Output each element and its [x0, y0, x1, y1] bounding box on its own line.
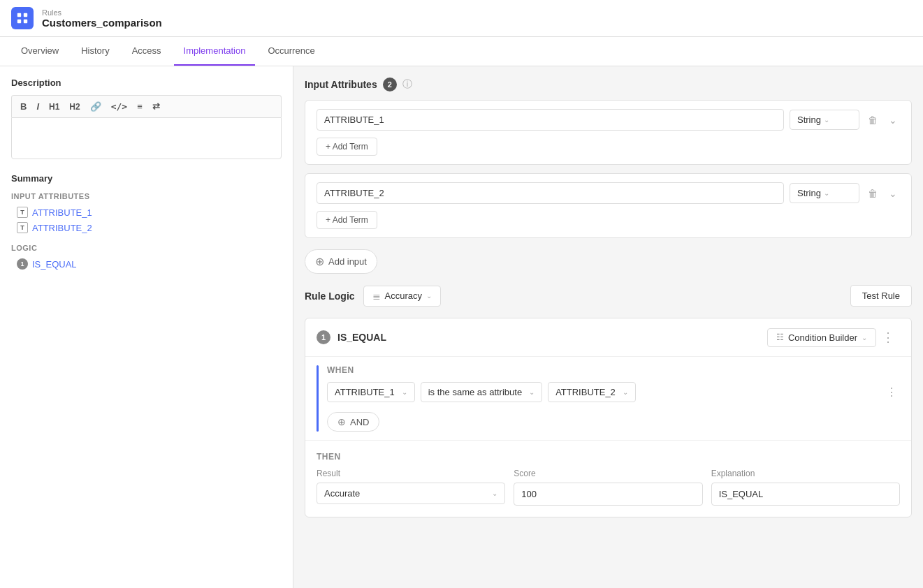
logic-card-is-equal: 1 IS_EQUAL ☷ Condition Builder ⌄ ⋮ WHEN: [305, 318, 912, 517]
add-input-plus-icon: ⊕: [315, 255, 324, 268]
page-title: Customers_comparison: [42, 17, 162, 29]
attribute-2-expand-btn[interactable]: ⌄: [886, 185, 900, 202]
attribute-1-expand-btn[interactable]: ⌄: [886, 112, 900, 128]
condition-row: ATTRIBUTE_1 ⌄ is the same as attribute ⌄…: [327, 382, 900, 402]
right-panel: Input Attributes 2 ⓘ String ⌄ 🗑 ⌄ + Add …: [293, 66, 923, 588]
rule-logic-row: Rule Logic ≣ Accuracy ⌄ Test Rule: [305, 285, 912, 307]
then-columns: Result Accurate ⌄ Score Explanation: [317, 469, 900, 506]
then-section: THEN Result Accurate ⌄ Score Expl: [305, 440, 911, 517]
condition-more-btn[interactable]: ⋮: [883, 383, 900, 402]
description-label: Description: [11, 78, 282, 88]
app-logo-icon: [11, 7, 34, 29]
breadcrumb: Rules Customers_comparison: [42, 8, 162, 29]
attribute-1-input[interactable]: [317, 109, 784, 131]
logic-card-num: 1: [317, 330, 330, 344]
italic-btn[interactable]: I: [34, 100, 42, 113]
attribute1-chevron: ⌄: [402, 388, 407, 396]
more-options-btn[interactable]: ⋮: [876, 327, 900, 348]
logic-card-name: IS_EQUAL: [337, 332, 767, 343]
description-editor[interactable]: [11, 117, 282, 159]
attribute-1-type-label: String: [797, 115, 821, 125]
tab-implementation[interactable]: Implementation: [174, 37, 256, 66]
logic-sub-label: LOGIC: [11, 244, 282, 252]
attribute-row-1: String ⌄ 🗑 ⌄: [317, 109, 900, 131]
attribute2-select[interactable]: ATTRIBUTE_2 ⌄: [548, 382, 636, 402]
summary-section: Summary INPUT ATTRIBUTES T ATTRIBUTE_1 T…: [11, 173, 282, 272]
score-label: Score: [514, 469, 702, 478]
h1-btn[interactable]: H1: [46, 101, 62, 113]
explanation-col: Explanation: [711, 469, 900, 506]
when-label: WHEN: [327, 365, 900, 375]
h2-btn[interactable]: H2: [66, 101, 82, 113]
attribute-1-type-chevron: ⌄: [824, 116, 829, 124]
rule-logic-label: Rule Logic: [305, 291, 355, 302]
tab-access[interactable]: Access: [122, 37, 171, 66]
svg-rect-3: [24, 20, 27, 23]
then-label: THEN: [317, 452, 900, 462]
operator-value: is the same as attribute: [428, 387, 522, 397]
attribute-1-type-select[interactable]: String ⌄: [790, 110, 859, 130]
list-btn[interactable]: ≡: [134, 100, 145, 113]
logic-type-chevron: ⌄: [426, 292, 432, 300]
attribute-2-type-select[interactable]: String ⌄: [790, 183, 859, 203]
attribute-1-delete-btn[interactable]: 🗑: [865, 112, 880, 128]
attribute1-value: ATTRIBUTE_1: [335, 387, 395, 397]
summary-attr-2[interactable]: T ATTRIBUTE_2: [11, 220, 282, 235]
test-rule-btn[interactable]: Test Rule: [850, 285, 912, 307]
logic-type-label: Accuracy: [385, 291, 422, 301]
indent-btn[interactable]: ⇄: [150, 100, 163, 113]
add-input-label: Add input: [328, 256, 367, 267]
svg-rect-0: [17, 13, 21, 17]
condition-builder-icon: ☷: [776, 332, 784, 342]
score-input[interactable]: [514, 483, 702, 506]
add-term-btn-1[interactable]: + Add Term: [317, 138, 377, 156]
info-icon[interactable]: ⓘ: [402, 78, 412, 91]
score-col: Score: [514, 469, 702, 506]
bold-btn[interactable]: B: [17, 100, 29, 113]
app-header: Rules Customers_comparison: [0, 0, 923, 37]
attribute2-chevron: ⌄: [623, 388, 628, 396]
grid-icon: [16, 12, 29, 24]
input-attributes-sub-label: INPUT ATTRIBUTES: [11, 192, 282, 200]
code-btn[interactable]: </>: [108, 100, 130, 113]
and-btn[interactable]: ⊕ AND: [327, 412, 379, 432]
summary-logic-1[interactable]: 1 IS_EQUAL: [11, 256, 282, 272]
link-btn[interactable]: 🔗: [87, 100, 104, 113]
logic-type-select[interactable]: ≣ Accuracy ⌄: [363, 286, 441, 307]
summary-attr-1-label: ATTRIBUTE_1: [32, 207, 92, 218]
attribute1-select[interactable]: ATTRIBUTE_1 ⌄: [327, 382, 415, 402]
tab-occurrence[interactable]: Occurrence: [258, 37, 324, 66]
logic-card-header: 1 IS_EQUAL ☷ Condition Builder ⌄ ⋮: [305, 318, 911, 357]
left-panel: Description B I H1 H2 🔗 </> ≡ ⇄ Summary …: [0, 66, 293, 588]
summary-attr-1[interactable]: T ATTRIBUTE_1: [11, 205, 282, 220]
logic-badge-1: 1: [17, 258, 28, 270]
logic-card-content: WHEN ATTRIBUTE_1 ⌄ is the same as attrib…: [327, 365, 900, 432]
add-input-btn[interactable]: ⊕ Add input: [305, 249, 377, 274]
add-term-btn-2-label: + Add Term: [326, 215, 368, 225]
explanation-input[interactable]: [711, 483, 900, 506]
tab-history[interactable]: History: [71, 37, 119, 66]
add-term-btn-2[interactable]: + Add Term: [317, 211, 377, 229]
type-badge-2: T: [17, 222, 28, 233]
main-layout: Description B I H1 H2 🔗 </> ≡ ⇄ Summary …: [0, 66, 923, 588]
summary-attr-2-label: ATTRIBUTE_2: [32, 223, 92, 233]
result-label: Result: [317, 469, 505, 478]
attribute-card-2: String ⌄ 🗑 ⌄ + Add Term: [305, 173, 912, 238]
tab-overview[interactable]: Overview: [11, 37, 68, 66]
attribute2-value: ATTRIBUTE_2: [555, 387, 616, 397]
breadcrumb-parent: Rules: [42, 8, 162, 17]
attribute-2-delete-btn[interactable]: 🗑: [865, 185, 880, 202]
logic-type-icon: ≣: [372, 291, 381, 302]
test-rule-label: Test Rule: [862, 291, 900, 301]
attribute-count-badge: 2: [383, 78, 397, 91]
condition-builder-label: Condition Builder: [788, 332, 857, 343]
result-select[interactable]: Accurate ⌄: [317, 483, 505, 504]
and-label: AND: [350, 417, 369, 427]
attribute-2-type-chevron: ⌄: [824, 189, 829, 197]
operator-select[interactable]: is the same as attribute ⌄: [421, 382, 542, 402]
result-chevron: ⌄: [492, 490, 497, 497]
attribute-2-input[interactable]: [317, 182, 784, 204]
explanation-label: Explanation: [711, 469, 900, 478]
attribute-row-2: String ⌄ 🗑 ⌄: [317, 182, 900, 204]
condition-builder-btn[interactable]: ☷ Condition Builder ⌄: [767, 328, 876, 347]
